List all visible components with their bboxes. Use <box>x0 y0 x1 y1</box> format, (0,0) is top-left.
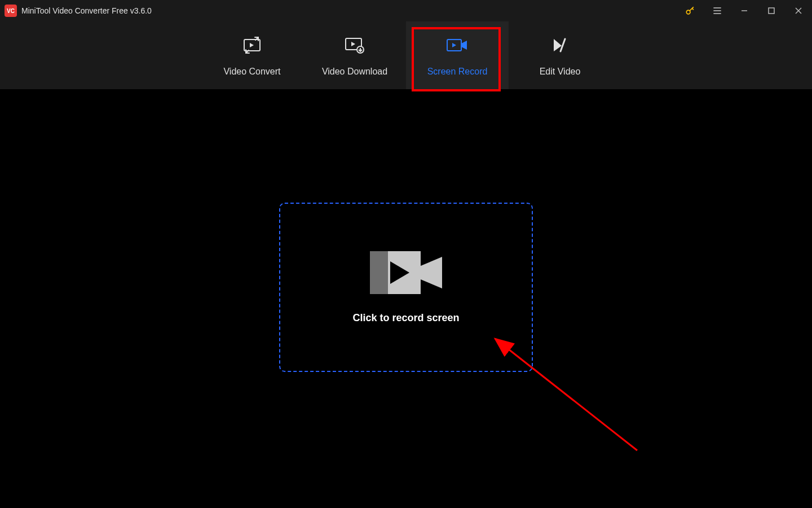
svg-rect-19 <box>370 251 388 294</box>
maximize-button[interactable] <box>758 0 785 21</box>
tab-video-convert[interactable]: Video Convert <box>201 21 303 89</box>
record-icon <box>445 34 469 56</box>
record-screen-button[interactable]: Click to record screen <box>279 203 533 372</box>
menu-icon[interactable] <box>704 0 731 21</box>
toolbar-tabs: Video Convert Video Download Screen Reco… <box>0 21 812 89</box>
svg-line-2 <box>692 8 694 10</box>
convert-icon <box>241 34 263 56</box>
key-icon[interactable] <box>677 0 704 21</box>
title-bar: VC MiniTool Video Converter Free v3.6.0 <box>0 0 812 21</box>
app-logo-text: VC <box>7 8 15 14</box>
svg-point-0 <box>686 10 690 14</box>
tab-label-convert: Video Convert <box>223 67 280 77</box>
tab-edit-video[interactable]: Edit Video <box>509 21 611 89</box>
close-button[interactable] <box>785 0 812 21</box>
minimize-button[interactable] <box>731 0 758 21</box>
tab-label-edit: Edit Video <box>540 67 581 77</box>
camera-icon <box>370 251 442 296</box>
record-prompt-text: Click to record screen <box>352 312 459 324</box>
svg-marker-11 <box>250 43 254 47</box>
svg-marker-13 <box>351 42 355 46</box>
tab-video-download[interactable]: Video Download <box>303 21 406 89</box>
main-content: Click to record screen <box>0 89 812 508</box>
title-controls <box>677 0 812 21</box>
download-icon <box>343 34 366 56</box>
app-title: MiniTool Video Converter Free v3.6.0 <box>21 6 152 15</box>
tab-label-record: Screen Record <box>427 67 488 77</box>
app-logo: VC <box>5 5 17 17</box>
edit-icon <box>550 34 570 56</box>
tab-label-download: Video Download <box>322 67 387 77</box>
tab-screen-record[interactable]: Screen Record <box>406 21 509 89</box>
svg-marker-17 <box>452 43 456 47</box>
svg-rect-7 <box>769 8 774 14</box>
